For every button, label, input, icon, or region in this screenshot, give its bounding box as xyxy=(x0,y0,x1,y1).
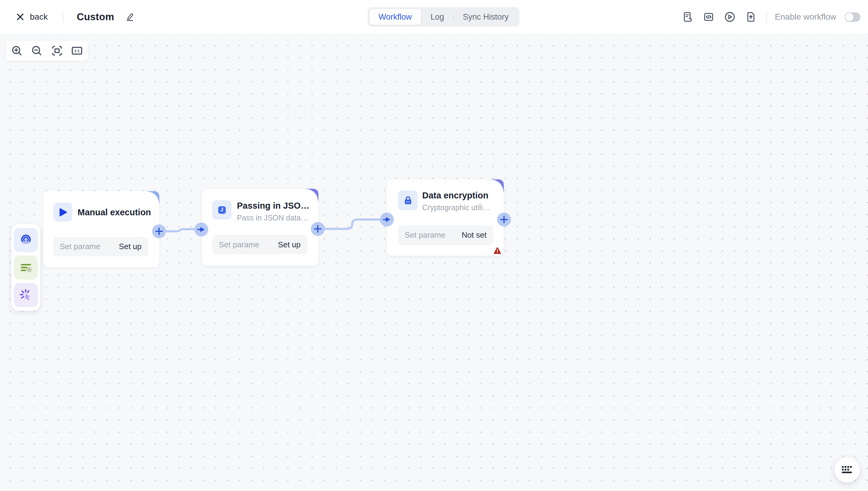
header-right: Enable workflow xyxy=(681,0,861,34)
canvas-zoom-toolbar: 1:1 xyxy=(6,41,88,61)
node-param-bar[interactable]: Set parame Set up xyxy=(53,237,148,256)
node-title: Passing in JSO… xyxy=(237,201,309,211)
zoom-in-button[interactable] xyxy=(11,45,23,57)
zoom-in-icon xyxy=(11,45,23,56)
node-palette-panel xyxy=(11,224,40,311)
fit-view-button[interactable] xyxy=(51,45,63,57)
json-icon: J xyxy=(218,206,226,214)
add-node-port[interactable] xyxy=(497,212,511,227)
actual-size-button[interactable]: 1:1 xyxy=(71,45,83,57)
parameters-icon xyxy=(19,261,33,275)
node-manual-execution[interactable]: Manual execution Set parame Set up xyxy=(43,191,159,267)
run-icon xyxy=(724,11,735,22)
lock-icon xyxy=(403,195,413,206)
arrow-right-icon xyxy=(197,225,206,234)
publish-button[interactable] xyxy=(744,10,758,24)
rename-button[interactable] xyxy=(125,12,134,22)
node-title: Manual execution xyxy=(78,207,151,218)
parameters-button[interactable] xyxy=(14,256,38,280)
svg-text:1:1: 1:1 xyxy=(74,49,80,53)
edit-pencil-icon xyxy=(125,12,134,22)
play-icon xyxy=(58,207,68,218)
enable-workflow-toggle[interactable] xyxy=(845,12,861,22)
param-value: Set up xyxy=(278,240,301,250)
view-tabs: Workflow Log Sync History xyxy=(368,7,519,27)
add-node-port[interactable] xyxy=(311,222,325,236)
header-left: back Custom xyxy=(16,0,134,34)
param-value: Set up xyxy=(119,242,142,251)
zoom-out-icon xyxy=(31,45,42,56)
node-passing-in-json[interactable]: J Passing in JSO… Pass in JSON data… Set… xyxy=(202,189,318,266)
click-run-button[interactable] xyxy=(14,283,38,307)
logs-button[interactable] xyxy=(681,10,694,24)
tab-workflow[interactable]: Workflow xyxy=(369,9,421,25)
input-port[interactable] xyxy=(380,212,394,227)
header-divider xyxy=(766,11,767,23)
tab-log[interactable]: Log xyxy=(422,9,453,25)
node-title: Data encryption xyxy=(422,191,490,201)
node-corner-fold xyxy=(146,191,159,205)
plus-icon xyxy=(313,224,322,233)
top-bar: back Custom Workflow Log Sync History xyxy=(0,0,868,34)
code-icon xyxy=(704,12,714,22)
node-subtitle: Pass in JSON data… xyxy=(237,213,309,222)
edge-node1-node2 xyxy=(166,229,195,231)
node-icon-box xyxy=(54,203,72,222)
keyboard-shortcuts-button[interactable] xyxy=(835,457,860,483)
click-run-icon xyxy=(19,288,33,302)
run-button[interactable] xyxy=(723,10,737,24)
param-label: Set parame xyxy=(219,240,259,250)
actual-size-icon: 1:1 xyxy=(71,45,83,56)
arrow-right-icon xyxy=(382,215,392,224)
close-icon xyxy=(16,12,25,22)
error-warning-icon xyxy=(493,247,501,254)
plus-icon xyxy=(155,227,163,236)
param-value: Not set xyxy=(462,230,487,240)
node-data-encryption[interactable]: Data encryption Cryptographic utili… Set… xyxy=(386,179,504,256)
trigger-icon xyxy=(19,233,33,247)
back-label: back xyxy=(30,12,48,22)
param-label: Set parame xyxy=(60,242,100,251)
page-title: Custom xyxy=(77,11,114,23)
toggle-knob xyxy=(845,13,854,21)
param-label: Set parame xyxy=(405,230,445,240)
fit-view-icon xyxy=(51,45,63,56)
keyboard-icon xyxy=(841,466,853,474)
node-icon-box: J xyxy=(212,200,231,220)
add-node-port[interactable] xyxy=(152,224,166,238)
edge-node2-node3 xyxy=(325,220,381,229)
node-param-bar[interactable]: Set parame Not set xyxy=(398,225,493,245)
header-divider xyxy=(63,12,63,22)
logs-icon xyxy=(682,12,693,22)
node-param-bar[interactable]: Set parame Set up xyxy=(212,235,307,254)
input-port[interactable] xyxy=(194,223,208,236)
node-subtitle: Cryptographic utili… xyxy=(422,203,490,212)
publish-icon xyxy=(746,12,756,22)
workflow-canvas[interactable]: 1:1 xyxy=(0,34,868,491)
trigger-node-button[interactable] xyxy=(14,228,38,252)
node-icon-box xyxy=(398,191,418,210)
code-button[interactable] xyxy=(702,10,716,24)
enable-workflow-label: Enable workflow xyxy=(775,12,836,22)
node-corner-fold xyxy=(490,179,504,193)
zoom-out-button[interactable] xyxy=(31,45,43,57)
plus-icon xyxy=(499,215,508,224)
tab-sync-history[interactable]: Sync History xyxy=(454,9,518,25)
back-button[interactable]: back xyxy=(16,12,48,22)
